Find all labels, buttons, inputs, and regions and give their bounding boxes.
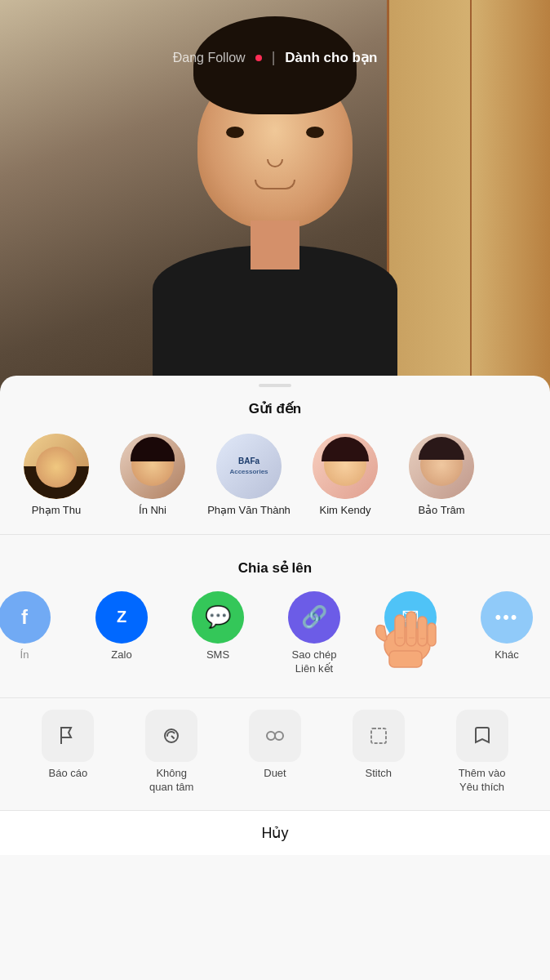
svg-line-1: [171, 736, 175, 739]
contact-avatar-1: [24, 434, 89, 499]
share-item-sms[interactable]: 💬 SMS: [170, 588, 266, 679]
share-label-copy: Sao chépLiên kết: [292, 648, 337, 676]
contact-avatar-4: [313, 434, 378, 499]
contact-name-5: Bảo Trâm: [418, 504, 464, 518]
contact-name-1: Phạm Thu: [32, 504, 82, 518]
action-report[interactable]: Báo cáo: [16, 703, 120, 801]
video-background: Đang Follow | Dành cho bạn: [0, 0, 550, 392]
not-interested-icon: [145, 710, 197, 762]
share-section: Chia sẻ lên f Ín Z Zalo 💬 SMS: [0, 535, 550, 686]
contact-kim-kendy[interactable]: Kim Kendy: [297, 429, 393, 523]
send-to-title: Gửi đến: [0, 400, 550, 417]
share-item-email[interactable]: ✉ Email: [362, 588, 459, 679]
share-item-copy-link[interactable]: 🔗 Sao chépLiên kết: [266, 588, 362, 679]
action-not-interested[interactable]: Khôngquan tâm: [120, 703, 224, 801]
notification-dot: [255, 55, 262, 61]
top-navigation: Đang Follow | Dành cho bạn: [0, 49, 550, 66]
action-label-not-interested: Khôngquan tâm: [149, 767, 193, 795]
contact-bao-tram[interactable]: Bảo Trâm: [393, 429, 490, 523]
action-label-favorites: Thêm vàoYêu thích: [459, 767, 506, 795]
contact-name-4: Kim Kendy: [320, 504, 371, 518]
contact-name-2: Ín Nhi: [139, 504, 166, 518]
action-duet[interactable]: Duet: [224, 703, 327, 801]
svg-point-3: [275, 732, 283, 740]
share-label-zalo: Zalo: [111, 648, 131, 662]
sms-icon: 💬: [192, 591, 244, 644]
share-label-more: Khác: [495, 648, 519, 662]
contact-avatar-5: [409, 434, 474, 499]
share-row: f Ín Z Zalo 💬 SMS 🔗: [8, 588, 542, 686]
action-favorites[interactable]: Thêm vàoYêu thích: [430, 703, 534, 801]
action-stitch[interactable]: Stitch: [326, 703, 430, 801]
share-item-facebook[interactable]: f Ín: [0, 588, 57, 679]
share-title: Chia sẻ lên: [8, 559, 542, 577]
cancel-button[interactable]: Hủy: [13, 824, 537, 842]
action-label-stitch: Stitch: [366, 767, 393, 781]
action-label-duet: Duet: [264, 767, 286, 781]
tab-following[interactable]: Đang Follow: [173, 51, 246, 65]
copy-link-icon: 🔗: [288, 591, 340, 644]
share-label-email: Email: [397, 648, 424, 662]
facebook-icon: f: [0, 591, 51, 644]
zalo-icon: Z: [95, 591, 148, 644]
contact-in-nhi[interactable]: Ín Nhi: [104, 429, 201, 523]
email-icon: ✉: [384, 591, 437, 644]
action-row: Báo cáo Khôngquan tâm Duet: [0, 698, 550, 806]
contact-name-3: Phạm Văn Thành: [207, 504, 291, 518]
share-item-zalo[interactable]: Z Zalo: [73, 588, 170, 679]
favorites-icon: [456, 710, 508, 762]
share-label-facebook: Ín: [20, 648, 29, 662]
cancel-area: Hủy: [0, 810, 550, 855]
share-bottom-sheet: Gửi đến Phạm Thu Ín Nhi: [0, 376, 550, 980]
share-label-sms: SMS: [206, 648, 229, 662]
contact-avatar-3: BAFaAccessories: [216, 434, 282, 499]
report-icon: [42, 710, 94, 762]
stitch-icon: [353, 710, 405, 762]
contact-pham-thu[interactable]: Phạm Thu: [8, 429, 104, 523]
duet-icon: [249, 710, 301, 762]
tab-for-you[interactable]: Dành cho bạn: [285, 49, 377, 66]
share-item-more[interactable]: ••• Khác: [459, 588, 550, 679]
svg-rect-4: [371, 728, 386, 743]
sheet-handle: [259, 384, 291, 387]
action-label-report: Báo cáo: [49, 767, 88, 781]
contact-pham-van-thanh[interactable]: BAFaAccessories Phạm Văn Thành: [201, 429, 297, 523]
nav-separator: |: [272, 49, 276, 66]
svg-point-2: [267, 732, 275, 740]
contacts-row[interactable]: Phạm Thu Ín Nhi BAFaAccessories Phạm Văn…: [0, 429, 550, 523]
more-icon: •••: [481, 591, 533, 644]
contact-avatar-2: [120, 434, 185, 499]
